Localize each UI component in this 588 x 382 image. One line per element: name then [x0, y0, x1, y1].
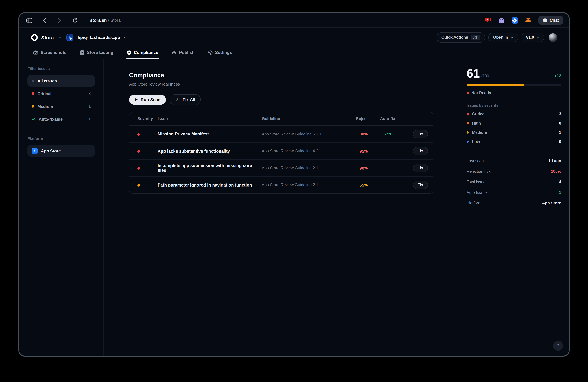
stat-label: Total issues: [466, 180, 487, 184]
autofix-value: —: [370, 149, 405, 153]
score-denominator: /100: [482, 74, 489, 78]
version-button[interactable]: v1.0: [521, 33, 544, 42]
severity-label: Critical: [472, 112, 485, 116]
sidebar-item-medium[interactable]: Medium 1: [27, 101, 95, 112]
sidebar-item-count: 4: [88, 79, 91, 83]
score-progress-fill: [466, 84, 524, 86]
sidebar-item-label: All Issues: [37, 79, 57, 83]
severity-row-medium: Medium 1: [466, 128, 561, 137]
fix-all-button[interactable]: Fix All: [170, 94, 201, 105]
refresh-icon[interactable]: [71, 16, 79, 24]
sidebar-item-all-issues[interactable]: All Issues 4: [27, 75, 95, 87]
page-subtitle: App Store review readiness: [129, 82, 459, 87]
sidebar-item-count: 3: [88, 91, 91, 96]
compliance-score: 61: [466, 68, 480, 79]
stora-logo-icon: [31, 34, 38, 41]
severity-row-critical: Critical 3: [466, 109, 561, 119]
brand[interactable]: Stora: [31, 34, 54, 41]
severity-dot: [137, 150, 140, 153]
quick-actions-button[interactable]: Quick Actions ⌘K: [437, 32, 485, 43]
chat-button[interactable]: Chat: [539, 16, 563, 25]
low-dot: [466, 141, 469, 143]
app-store-icon: [80, 50, 84, 55]
run-scan-label: Run Scan: [141, 97, 161, 102]
severity-count: 1: [559, 130, 561, 135]
project-name: flipiq-flashcards-app: [76, 35, 120, 40]
open-in-button[interactable]: Open In: [488, 33, 518, 42]
sidebar-divider: [26, 131, 96, 131]
tab-publish[interactable]: Publish: [171, 47, 195, 59]
back-icon[interactable]: [40, 16, 49, 24]
severity-dot: [137, 184, 140, 186]
sidebar-item-auto-fixable[interactable]: Auto-fixable 1: [27, 113, 95, 125]
sidebar-item-critical[interactable]: Critical 3: [27, 88, 95, 99]
stat-platform: Platform App Store: [466, 198, 561, 208]
screen-bezel: stora.sh / Stora: [0, 0, 588, 382]
url-path: / Stora: [107, 18, 121, 23]
col-guideline: Guideline: [262, 117, 339, 121]
sparkles-icon: [175, 98, 180, 102]
table-row[interactable]: Missing Privacy Manifest App Store Revie…: [129, 125, 433, 142]
quick-actions-label: Quick Actions: [441, 35, 468, 40]
readiness-status: Not Ready: [471, 91, 491, 95]
status-dot: [466, 92, 469, 94]
fix-button[interactable]: Fix: [413, 147, 428, 155]
project-switcher[interactable]: flipiq-flashcards-app: [67, 34, 126, 41]
tab-label: Publish: [179, 50, 195, 55]
url-text[interactable]: stora.sh / Stora: [90, 18, 121, 23]
table-row[interactable]: Path parameter ignored in navigation fun…: [129, 176, 433, 193]
fix-button[interactable]: Fix: [413, 130, 428, 138]
reject-percent: 90%: [339, 132, 370, 136]
guideline-text: App Store Review Guideline 5.1.1: [262, 132, 339, 136]
sidebar-toggle-icon[interactable]: [25, 16, 33, 24]
tab-store-listing[interactable]: Store Listing: [79, 47, 114, 59]
critical-dot: [32, 92, 34, 95]
tab-settings[interactable]: Settings: [207, 47, 233, 59]
dislike-extension-icon[interactable]: [485, 17, 491, 23]
blue-sun-extension-icon[interactable]: [512, 17, 518, 23]
stat-label: Rejection risk: [466, 169, 490, 174]
forward-icon[interactable]: [56, 16, 64, 24]
severity-count: 0: [559, 140, 561, 144]
issue-title: App lacks substantive functionality: [158, 149, 262, 154]
tab-label: Screenshots: [41, 50, 66, 55]
help-button[interactable]: ?: [553, 341, 563, 351]
stat-total-issues: Total issues 4: [466, 177, 561, 187]
project-app-icon: [67, 34, 73, 41]
guideline-text: App Store Review Guideline 2.1 - ...: [262, 166, 339, 170]
guideline-text: App Store Review Guideline 2.1 - ...: [262, 183, 339, 187]
user-avatar[interactable]: [549, 33, 557, 42]
sidebar-item-label: Critical: [37, 91, 51, 96]
table-row[interactable]: Incomplete app submission with missing c…: [129, 159, 433, 176]
browser-toolbar: stora.sh / Stora: [19, 13, 569, 28]
tab-screenshots[interactable]: Screenshots: [33, 47, 67, 59]
phantom-extension-icon[interactable]: [498, 17, 504, 23]
run-scan-button[interactable]: Run Scan: [129, 95, 166, 105]
stat-value: 4: [559, 180, 561, 184]
filter-sidebar: Filter issues All Issues 4 Critical 3 Me…: [19, 59, 104, 356]
sidebar-item-app-store[interactable]: App Store: [27, 145, 95, 157]
chat-label: Chat: [550, 18, 559, 23]
issues-table: Severity Issue Guideline Reject Auto-fix…: [129, 112, 433, 194]
score-panel: 61 /100 +12 Not Ready Issues by severity: [459, 59, 569, 356]
table-row[interactable]: App lacks substantive functionality App …: [129, 142, 433, 159]
severity-dot: [137, 167, 140, 170]
tab-compliance[interactable]: Compliance: [126, 47, 159, 59]
fix-button[interactable]: Fix: [413, 181, 428, 189]
panel-divider: [466, 152, 561, 152]
fix-button[interactable]: Fix: [413, 164, 428, 172]
stat-label: Platform: [466, 201, 482, 205]
severity-row-low: Low 0: [466, 137, 561, 146]
check-icon: [32, 118, 36, 121]
camera-icon: [33, 50, 38, 55]
stat-value: 1: [559, 190, 561, 195]
metamask-extension-icon[interactable]: [525, 17, 531, 23]
severity-count: 0: [559, 121, 561, 125]
stat-value: 100%: [551, 169, 561, 174]
sidebar-item-label: Medium: [37, 104, 53, 109]
stat-label: Last scan: [466, 159, 484, 163]
autofix-value: —: [370, 166, 405, 170]
issues-by-severity-label: Issues by severity: [466, 103, 561, 107]
url-domain: stora.sh: [90, 18, 107, 23]
issue-title: Incomplete app submission with missing c…: [158, 163, 262, 173]
